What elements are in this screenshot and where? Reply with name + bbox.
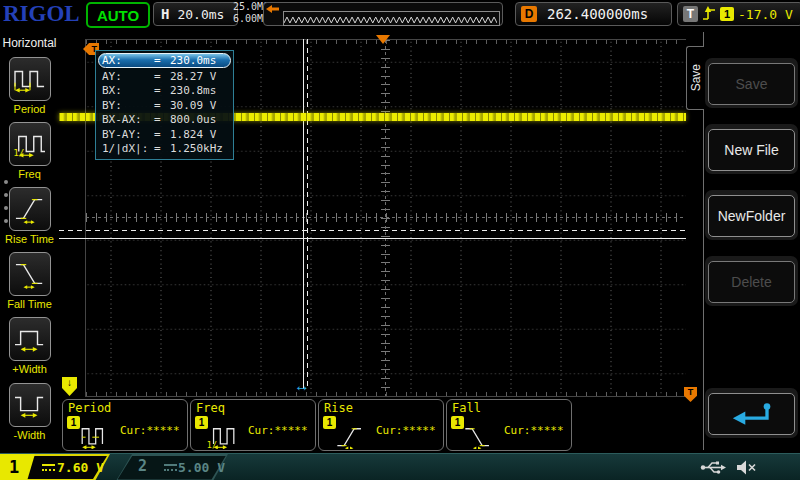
sidebar-item-label: +Width	[0, 363, 59, 375]
sidebar-item-freq[interactable]: 1/ Freq	[0, 122, 59, 180]
sidebar-item-period[interactable]: Period	[0, 57, 59, 115]
usb-icon	[700, 460, 726, 475]
cursor-row-inv-dx: 1/|dX|: = 1.250kHz	[99, 142, 230, 157]
save-button[interactable]: Save	[708, 63, 795, 105]
fall-time-icon	[13, 259, 47, 289]
cursor-readout-panel: AX: = 230.0ms AY: = 28.27 V BX: = 230.8m…	[95, 50, 234, 160]
softkey-new-file[interactable]: New File	[705, 124, 798, 174]
menu-tab-save: Save	[686, 46, 704, 110]
trigger-position-marker-icon[interactable]	[376, 35, 390, 44]
channel-status-bar: 1 7.60 V 2 5.00 V	[0, 453, 800, 480]
sidebar-item-label: Fall Time	[0, 298, 59, 310]
cursor-b-horizontal-line[interactable]	[59, 230, 686, 231]
sidebar-item-label: Period	[0, 103, 59, 115]
horizontal-scale-box: H 20.0ms	[153, 2, 238, 26]
back-button[interactable]	[708, 393, 795, 435]
cursor-drag-arrows-icon[interactable]: ↔	[294, 377, 310, 395]
scroll-indicator-dot	[4, 206, 8, 210]
softkey-new-folder[interactable]: NewFolder	[705, 190, 798, 240]
horizontal-delay-box: D 262.400000ms	[515, 2, 672, 26]
return-arrow-icon	[723, 399, 781, 429]
cursor-row-by: BY: = 30.09 V	[99, 98, 230, 113]
period-icon	[76, 422, 112, 449]
channel2-scale: 5.00 V	[178, 460, 225, 475]
sidebar-item-plus-width[interactable]: +Width	[0, 317, 59, 375]
trigger-info-box: T 1 -17.0 V	[677, 2, 800, 26]
freq-icon: 1/	[204, 422, 240, 449]
trigger-status-badge: AUTO	[86, 2, 150, 28]
cursor-b-vertical-line[interactable]	[307, 39, 308, 389]
plus-width-icon	[13, 324, 47, 354]
fall-time-icon	[460, 422, 496, 449]
channel1-scale: 7.60 V	[57, 460, 104, 475]
trigger-label: T	[683, 6, 698, 22]
channel1-status[interactable]: 1 7.60 V	[0, 454, 112, 480]
softkey-delete[interactable]: Delete	[705, 256, 798, 306]
softkey-save[interactable]: Save	[705, 58, 798, 108]
trigger-level-value: -17.0 V	[738, 7, 793, 22]
channel2-status[interactable]: 2 5.00 V	[116, 454, 230, 480]
softkey-menu: Save Save New File NewFolder Delete	[686, 28, 800, 453]
preview-position-arrow-icon	[266, 5, 280, 13]
cursor-row-by-ay: BY-AY: = 1.824 V	[99, 127, 230, 142]
minus-width-icon	[13, 390, 47, 420]
rigol-logo: RIGOL	[3, 1, 80, 27]
measurement-rise[interactable]: Rise 1 Cur:***** Avg:***** Max:***** Min…	[318, 399, 444, 451]
horizontal-scale-value: 20.0ms	[177, 7, 224, 22]
new-folder-button[interactable]: NewFolder	[708, 195, 795, 237]
rise-time-icon	[13, 194, 47, 224]
horizontal-label: H	[161, 6, 169, 22]
dc-coupling-icon	[164, 464, 177, 471]
scroll-indicator-dot	[4, 219, 8, 223]
delete-button[interactable]: Delete	[708, 261, 795, 303]
new-file-button[interactable]: New File	[708, 129, 795, 171]
cursor-a-horizontal-line[interactable]	[59, 238, 686, 239]
oscilloscope-screen: RIGOL AUTO H 20.0ms 25.0MSa/s 6.00M pts …	[0, 0, 800, 480]
cursor-row-ay: AY: = 28.27 V	[99, 69, 230, 84]
rise-time-icon	[332, 422, 368, 449]
period-icon	[13, 64, 47, 94]
measurement-period[interactable]: Period 1 Cur:***** Avg:***** Max:***** M…	[62, 399, 188, 451]
measurement-fall[interactable]: Fall 1 Cur:***** Avg:***** Max:***** Min…	[446, 399, 572, 451]
sidebar-item-fall-time[interactable]: Fall Time	[0, 252, 59, 310]
cursor-row-ax: AX: = 230.0ms	[98, 53, 231, 68]
trigger-rising-edge-icon	[702, 6, 716, 22]
dc-coupling-icon	[42, 464, 55, 471]
cursor-a-vertical-line[interactable]	[303, 39, 304, 389]
scroll-indicator-dot	[4, 193, 8, 197]
channel2-badge: 2	[138, 457, 147, 475]
sidebar-item-label: Freq	[0, 168, 59, 180]
waveform-memory-preview[interactable]	[263, 2, 503, 26]
waveform-display: ↔ T AX: = 230.0ms AY: = 28.27 V BX: = 23…	[59, 28, 686, 397]
sidebar-item-minus-width[interactable]: -Width	[0, 383, 59, 441]
sidebar-item-rise-time[interactable]: Rise Time	[0, 187, 59, 245]
softkey-back[interactable]	[705, 388, 798, 438]
measurement-freq[interactable]: Freq 1 1/ Cur:***** Avg:***** Max:***** …	[190, 399, 316, 451]
delay-value: 262.400000ms	[547, 6, 648, 22]
measure-sidebar-title: Horizontal	[0, 36, 59, 50]
delay-badge: D	[521, 6, 537, 22]
cursor-row-bx: BX: = 230.8ms	[99, 84, 230, 99]
freq-icon: 1/	[13, 129, 47, 159]
cursor-row-bx-ax: BX-AX: = 800.0us	[99, 113, 230, 128]
sidebar-item-label: Rise Time	[0, 233, 59, 245]
sidebar-item-label: -Width	[0, 429, 59, 441]
measure-sidebar: Horizontal Period 1/ Freq	[0, 28, 59, 453]
trigger-source-badge: 1	[720, 7, 734, 21]
status-bar: RIGOL AUTO H 20.0ms 25.0MSa/s 6.00M pts …	[0, 0, 800, 28]
center-horizontal-axis	[86, 217, 686, 218]
measurement-panel: Period 1 Cur:***** Avg:***** Max:***** M…	[59, 397, 686, 453]
preview-window-region	[283, 11, 500, 26]
scroll-indicator-dot	[4, 180, 8, 184]
speaker-muted-icon	[736, 459, 758, 476]
